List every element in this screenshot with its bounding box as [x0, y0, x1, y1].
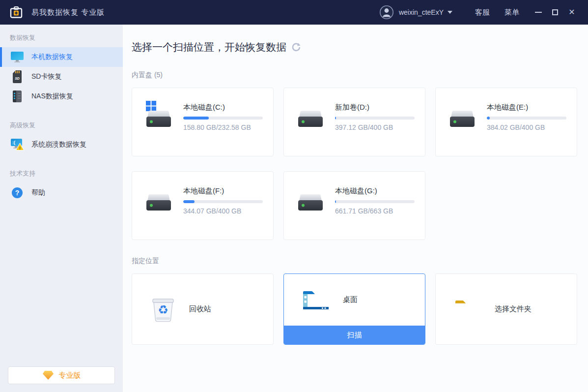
app-logo-icon — [9, 5, 24, 19]
hard-drive-icon — [145, 184, 173, 213]
drive-capacity: 384.02 GB/400 GB — [487, 123, 566, 131]
location-label: 桌面 — [343, 295, 358, 304]
drive-capacity: 344.07 GB/400 GB — [183, 207, 263, 215]
app-title: 易我数据恢复 专业版 — [31, 8, 105, 17]
page-title: 选择一个扫描位置，开始恢复数据 — [132, 40, 286, 54]
license-label: 专业版 — [59, 371, 81, 380]
license-pro-button[interactable]: 专业版 — [8, 366, 115, 384]
sidebar-item-label: 系统崩溃数据恢复 — [31, 140, 86, 149]
drive-name: 新加卷(D:) — [335, 103, 415, 112]
nas-icon — [10, 89, 25, 104]
location-label: 选择文件夹 — [495, 304, 532, 314]
drive-name: 本地磁盘(E:) — [487, 103, 566, 112]
chevron-down-icon — [448, 11, 452, 14]
drive-usage-bar — [183, 200, 263, 203]
drive-card[interactable]: 本地磁盘(E:) 384.02 GB/400 GB — [435, 88, 577, 156]
refresh-icon[interactable] — [291, 42, 301, 52]
hard-drive-icon — [145, 101, 173, 129]
drive-card[interactable]: 本地磁盘(C:) 158.80 GB/232.58 GB — [132, 88, 274, 156]
support-button[interactable]: 客服 — [475, 8, 490, 17]
folder-icon — [453, 298, 482, 321]
crashed-system-icon: :( ! — [10, 137, 25, 152]
sidebar: 数据恢复 本机数据恢复 SD SD卡恢复 — [0, 25, 123, 392]
drives-row-1: 本地磁盘(C:) 158.80 GB/232.58 GB — [132, 88, 588, 156]
sidebar-item-label: 本机数据恢复 — [31, 53, 73, 61]
sidebar-item-crashed-system-recovery[interactable]: :( ! 系统崩溃数据恢复 — [0, 135, 123, 154]
help-icon: ? — [10, 185, 25, 200]
drive-capacity: 158.80 GB/232.58 GB — [183, 123, 263, 131]
sidebar-item-sd-card-recovery[interactable]: SD SD卡恢复 — [0, 67, 123, 87]
drive-name: 本地磁盘(C:) — [183, 103, 263, 112]
sd-card-icon: SD — [10, 69, 25, 84]
main-content: 选择一个扫描位置，开始恢复数据 内置盘 (5) — [123, 25, 588, 392]
svg-text:?: ? — [15, 189, 20, 197]
title-bar: 易我数据恢复 专业版 weixin_cteExY 客服 菜单 ✕ — [0, 0, 588, 25]
hard-drive-icon — [448, 101, 477, 129]
sidebar-section-data-recovery: 数据恢复 — [0, 25, 123, 47]
close-button[interactable]: ✕ — [563, 4, 580, 21]
menu-button[interactable]: 菜单 — [504, 8, 519, 17]
gem-icon — [42, 370, 54, 380]
desktop-folder-icon — [302, 289, 330, 311]
svg-text:♻: ♻ — [158, 303, 168, 317]
drive-name: 本地磁盘(F:) — [183, 186, 263, 196]
drive-capacity: 397.12 GB/400 GB — [335, 123, 415, 131]
internal-disks-label: 内置盘 (5) — [132, 71, 588, 80]
sidebar-section-tech-support: 技术支持 — [0, 154, 123, 183]
scan-button[interactable]: 扫描 — [284, 326, 425, 344]
drive-usage-fill — [335, 200, 336, 203]
drive-usage-fill — [183, 200, 195, 203]
drive-usage-fill — [335, 117, 336, 120]
maximize-button[interactable] — [547, 4, 563, 21]
drive-usage-fill — [487, 117, 490, 120]
drive-usage-bar — [183, 117, 263, 120]
recycle-bin-icon: ♻ — [150, 295, 176, 324]
sidebar-item-help[interactable]: ? 帮助 — [0, 183, 123, 203]
locations-label: 指定位置 — [132, 257, 588, 266]
monitor-icon — [10, 50, 25, 64]
drives-row-2: 本地磁盘(F:) 344.07 GB/400 GB — [132, 171, 588, 240]
sidebar-item-nas-recovery[interactable]: NAS数据恢复 — [0, 87, 123, 106]
drive-card[interactable]: 本地磁盘(F:) 344.07 GB/400 GB — [132, 171, 274, 240]
locations-row: ♻ 回收站 — [132, 273, 588, 345]
svg-text:!: ! — [19, 146, 21, 151]
svg-text::(: :( — [12, 140, 15, 145]
drive-usage-bar — [335, 117, 415, 120]
location-label: 回收站 — [189, 304, 211, 314]
drive-usage-bar — [335, 200, 415, 203]
svg-text:SD: SD — [15, 77, 20, 80]
drive-card[interactable]: 本地磁盘(G:) 661.71 GB/663 GB — [283, 171, 425, 240]
close-icon: ✕ — [568, 8, 575, 16]
maximize-icon — [552, 9, 558, 15]
drive-usage-fill — [183, 117, 209, 120]
location-card[interactable]: ♻ 桌面 扫描 — [283, 273, 425, 345]
minimize-button[interactable] — [530, 4, 547, 21]
hard-drive-icon — [297, 184, 325, 213]
minimize-icon — [535, 12, 542, 13]
drive-usage-bar — [487, 117, 566, 120]
sidebar-item-local-recovery[interactable]: 本机数据恢复 — [0, 47, 123, 67]
sidebar-item-label: NAS数据恢复 — [31, 92, 73, 101]
sidebar-item-label: SD卡恢复 — [31, 72, 61, 81]
avatar — [379, 5, 394, 20]
location-card[interactable]: ♻ 选择文件夹 — [435, 273, 577, 345]
sidebar-item-label: 帮助 — [31, 188, 45, 197]
hard-drive-icon — [297, 101, 325, 129]
drive-name: 本地磁盘(G:) — [335, 186, 415, 196]
drive-card[interactable]: 新加卷(D:) 397.12 GB/400 GB — [283, 88, 425, 156]
username: weixin_cteExY — [399, 8, 444, 16]
sidebar-section-advanced-recovery: 高级恢复 — [0, 106, 123, 135]
drive-capacity: 661.71 GB/663 GB — [335, 207, 415, 215]
location-card[interactable]: ♻ 回收站 — [132, 273, 274, 345]
user-account-dropdown[interactable]: weixin_cteExY — [379, 5, 452, 20]
